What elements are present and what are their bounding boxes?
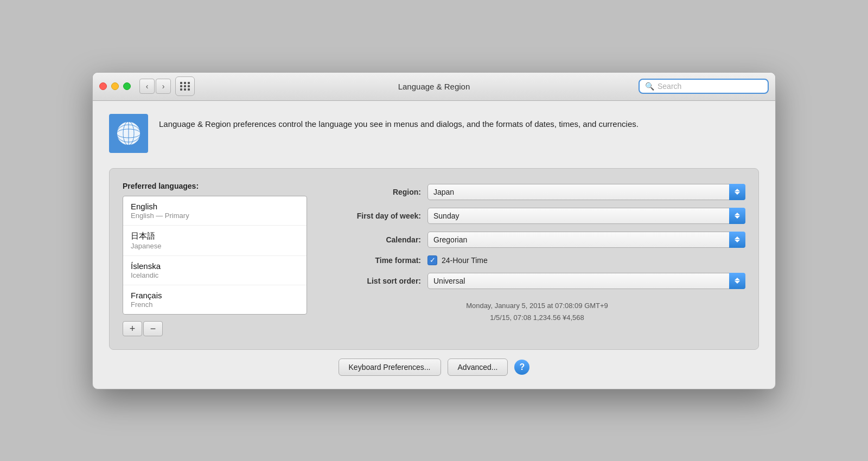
close-button[interactable] [99, 82, 107, 90]
region-select[interactable]: Japan [427, 184, 745, 200]
list-sort-label: List sort order: [329, 277, 421, 285]
main-panel: Preferred languages: English English — P… [109, 168, 759, 350]
list-sort-select[interactable]: Universal [427, 273, 745, 289]
time-format-row: Time format: ✓ 24-Hour Time [329, 255, 745, 265]
right-column: Region: Japan Firs [329, 182, 745, 336]
language-sub: Japanese [131, 242, 299, 250]
time-format-label: Time format: [329, 256, 421, 265]
language-sub: French [131, 300, 299, 309]
date-preview-line1: Monday, January 5, 2015 at 07:08:09 GMT+… [329, 300, 745, 312]
add-language-button[interactable]: + [123, 321, 142, 336]
search-input[interactable] [658, 82, 762, 91]
language-list[interactable]: English English — Primary 日本語 Japanese Í… [123, 196, 307, 315]
titlebar: ‹ › Language & Region 🔍 [93, 73, 775, 101]
region-select-wrapper[interactable]: Japan [427, 184, 745, 200]
language-sub: English — Primary [131, 212, 299, 220]
language-name: 日本語 [131, 231, 299, 241]
language-name: Français [131, 291, 299, 300]
search-box[interactable]: 🔍 [639, 79, 769, 94]
help-button[interactable]: ? [514, 360, 529, 375]
remove-language-button[interactable]: − [143, 321, 163, 336]
grid-dots-icon [180, 82, 190, 91]
first-day-row: First day of week: Sunday [329, 208, 745, 224]
list-sort-select-wrapper[interactable]: Universal [427, 273, 745, 289]
time-format-checkbox[interactable]: ✓ [427, 255, 437, 265]
language-name: English [131, 202, 299, 211]
region-label: Region: [329, 188, 421, 196]
first-day-label: First day of week: [329, 212, 421, 220]
preferred-languages-label: Preferred languages: [123, 182, 307, 190]
language-sub: Icelandic [131, 271, 299, 279]
back-button[interactable]: ‹ [139, 79, 155, 94]
list-sort-row: List sort order: Universal [329, 273, 745, 289]
window-title: Language & Region [398, 82, 470, 91]
advanced-button[interactable]: Advanced... [448, 358, 508, 376]
globe-flag-icon [109, 114, 148, 155]
traffic-lights [99, 82, 131, 90]
svg-rect-7 [114, 150, 143, 152]
maximize-button[interactable] [123, 82, 131, 90]
nav-buttons: ‹ › [139, 79, 171, 94]
checkmark-icon: ✓ [430, 257, 436, 264]
list-item[interactable]: English English — Primary [123, 196, 307, 226]
date-preview: Monday, January 5, 2015 at 07:08:09 GMT+… [329, 300, 745, 324]
header-section: Language & Region preferences control th… [109, 114, 759, 155]
language-name: Íslenska [131, 261, 299, 271]
panel-layout: Preferred languages: English English — P… [123, 182, 745, 336]
list-item[interactable]: Íslenska Icelandic [123, 256, 307, 285]
first-day-select-wrapper[interactable]: Sunday [427, 208, 745, 224]
region-row: Region: Japan [329, 184, 745, 200]
list-item[interactable]: 日本語 Japanese [123, 226, 307, 256]
forward-button[interactable]: › [156, 79, 171, 94]
keyboard-preferences-button[interactable]: Keyboard Preferences... [339, 358, 441, 376]
calendar-row: Calendar: Gregorian [329, 232, 745, 248]
bottom-bar: Keyboard Preferences... Advanced... ? [109, 350, 759, 378]
header-description: Language & Region preferences control th… [159, 114, 639, 131]
time-format-text: 24-Hour Time [442, 256, 488, 265]
calendar-select[interactable]: Gregorian [427, 232, 745, 248]
main-window: ‹ › Language & Region 🔍 [92, 72, 776, 389]
first-day-select[interactable]: Sunday [427, 208, 745, 224]
minimize-button[interactable] [111, 82, 119, 90]
list-item[interactable]: Français French [123, 285, 307, 314]
date-preview-line2: 1/5/15, 07:08 1,234.56 ¥4,568 [329, 312, 745, 324]
list-controls: + − [123, 321, 307, 336]
left-column: Preferred languages: English English — P… [123, 182, 307, 336]
search-icon: 🔍 [645, 82, 654, 91]
calendar-select-wrapper[interactable]: Gregorian [427, 232, 745, 248]
grid-view-button[interactable] [175, 76, 195, 96]
time-format-checkbox-area: ✓ 24-Hour Time [427, 255, 488, 265]
content-area: Language & Region preferences control th… [93, 101, 775, 389]
calendar-label: Calendar: [329, 235, 421, 244]
